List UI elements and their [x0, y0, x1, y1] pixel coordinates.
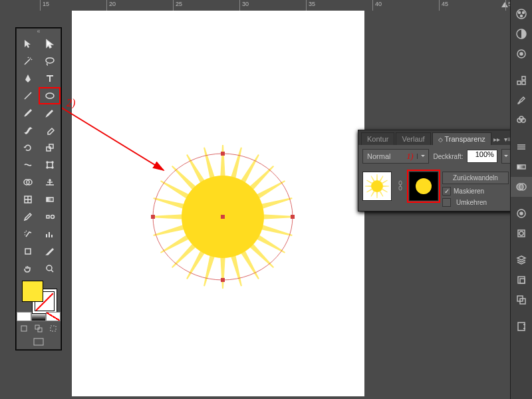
- svg-rect-20: [47, 215, 49, 218]
- scale-tool[interactable]: [39, 139, 61, 156]
- artboards-panel-icon[interactable]: [511, 317, 532, 336]
- svg-rect-43: [522, 81, 525, 84]
- color-mode-button[interactable]: [17, 311, 31, 323]
- opacity-input[interactable]: 100%: [467, 150, 497, 163]
- slice-tool[interactable]: [39, 243, 61, 260]
- svg-rect-24: [21, 326, 27, 331]
- svg-rect-27: [51, 326, 56, 331]
- invert-checkbox[interactable]: Umkehren: [442, 198, 511, 207]
- paintbrush-tool[interactable]: [17, 104, 39, 122]
- svg-point-21: [51, 215, 54, 219]
- svg-rect-3: [221, 152, 225, 156]
- transparency-panel: Kontur Verlauf ◇ Transparenz ▸▸ ▾≡ Norma…: [358, 130, 516, 211]
- artwork-thumbnail[interactable]: [362, 172, 392, 201]
- tab-kontur[interactable]: Kontur: [361, 132, 394, 145]
- draw-behind-button[interactable]: [31, 323, 46, 334]
- rotate-tool[interactable]: [17, 139, 39, 156]
- shape-builder-tool[interactable]: [17, 174, 39, 191]
- svg-rect-41: [522, 76, 525, 80]
- pen-tool[interactable]: [17, 70, 39, 87]
- pathfinder-panel-icon[interactable]: [511, 290, 532, 310]
- direct-selection-tool[interactable]: [39, 35, 61, 53]
- fill-swatch[interactable]: [22, 281, 43, 302]
- horizontal-ruler: 1520253035404550: [0, 0, 511, 11]
- magic-wand-tool[interactable]: [17, 53, 39, 70]
- transparency-panel-icon[interactable]: [511, 177, 532, 197]
- svg-rect-26: [38, 328, 42, 332]
- pencil-tool[interactable]: [39, 104, 61, 122]
- link-mask-icon[interactable]: [396, 172, 405, 200]
- svg-point-51: [520, 212, 523, 215]
- ruler-tick: 15: [40, 0, 41, 11]
- stroke-panel-icon[interactable]: [511, 137, 532, 157]
- width-tool[interactable]: [17, 156, 39, 174]
- perspective-grid-tool[interactable]: [39, 174, 61, 191]
- panel-collapse-icon[interactable]: ▸▸: [493, 136, 500, 143]
- panel-expand-arrow-icon[interactable]: [501, 2, 508, 7]
- svg-rect-54: [518, 277, 525, 283]
- color-guide-panel-icon[interactable]: [511, 24, 532, 44]
- line-segment-tool[interactable]: [17, 87, 39, 104]
- screen-mode-button[interactable]: [17, 334, 61, 349]
- blend-tool[interactable]: [39, 208, 61, 225]
- graphic-styles-panel-icon[interactable]: [511, 223, 532, 243]
- blob-brush-tool[interactable]: [17, 122, 39, 139]
- swatches-panel-icon[interactable]: [511, 70, 532, 90]
- kuler-panel-icon[interactable]: [511, 44, 532, 64]
- clip-checkbox[interactable]: ✓Maskieren: [442, 187, 511, 196]
- free-transform-tool[interactable]: [39, 156, 61, 174]
- svg-rect-2: [221, 215, 225, 219]
- svg-rect-4: [221, 278, 225, 282]
- draw-inside-button[interactable]: [46, 323, 61, 334]
- mesh-tool[interactable]: [17, 191, 39, 208]
- none-mode-button[interactable]: [46, 311, 61, 323]
- layers-panel-icon[interactable]: [511, 250, 532, 270]
- svg-rect-55: [520, 279, 525, 283]
- svg-rect-25: [35, 325, 39, 329]
- mask-thumbnail[interactable]: [409, 172, 438, 201]
- tab-verlauf[interactable]: Verlauf: [396, 132, 430, 145]
- svg-rect-28: [34, 338, 43, 345]
- svg-point-39: [520, 53, 523, 55]
- selection-tool[interactable]: [17, 35, 39, 53]
- draw-normal-button[interactable]: [17, 323, 31, 334]
- clip-checkbox-label: Maskieren: [454, 188, 484, 195]
- invert-checkbox-label: Umkehren: [456, 199, 487, 206]
- svg-point-34: [519, 12, 521, 14]
- right-dock: [510, 0, 532, 399]
- lasso-tool[interactable]: [39, 53, 61, 70]
- brushes-panel-icon[interactable]: [511, 90, 532, 110]
- eyedropper-tool[interactable]: [17, 208, 39, 225]
- ellipse-tool[interactable]: [39, 87, 61, 104]
- column-graph-tool[interactable]: [39, 225, 61, 243]
- svg-point-8: [46, 93, 54, 98]
- release-mask-button[interactable]: Zurückwandeln: [442, 172, 509, 184]
- gradient-tool[interactable]: [39, 191, 61, 208]
- gradient-panel-icon[interactable]: [511, 157, 532, 177]
- ruler-tick: 20: [106, 0, 107, 11]
- color-panel-icon[interactable]: [511, 4, 532, 24]
- tab-transparenz[interactable]: ◇ Transparenz: [432, 132, 491, 145]
- blend-mode-select[interactable]: Normal 1): [362, 149, 429, 164]
- ruler-tick: 30: [239, 0, 240, 11]
- artboard-tool[interactable]: [17, 243, 39, 260]
- hand-tool[interactable]: [17, 260, 39, 277]
- type-tool[interactable]: [39, 70, 61, 87]
- tab-transparenz-label: Transparenz: [445, 135, 485, 143]
- symbol-sprayer-tool[interactable]: [17, 225, 39, 243]
- zoom-tool[interactable]: [39, 260, 61, 277]
- panel-tabbar: Kontur Verlauf ◇ Transparenz ▸▸ ▾≡: [358, 130, 515, 145]
- appearance-panel-icon[interactable]: [511, 203, 532, 223]
- svg-point-32: [416, 178, 432, 194]
- tools-panel-grip-icon[interactable]: «: [17, 29, 61, 35]
- align-panel-icon[interactable]: [511, 270, 532, 290]
- opacity-label: Deckkraft:: [433, 153, 463, 160]
- svg-point-36: [521, 15, 523, 17]
- svg-rect-42: [517, 81, 521, 84]
- eraser-tool[interactable]: [39, 122, 61, 139]
- symbols-panel-icon[interactable]: [511, 110, 532, 130]
- svg-rect-10: [49, 144, 53, 148]
- sun-artwork[interactable]: [150, 144, 296, 290]
- fill-stroke-swatch[interactable]: [17, 277, 61, 311]
- svg-rect-19: [47, 198, 53, 201]
